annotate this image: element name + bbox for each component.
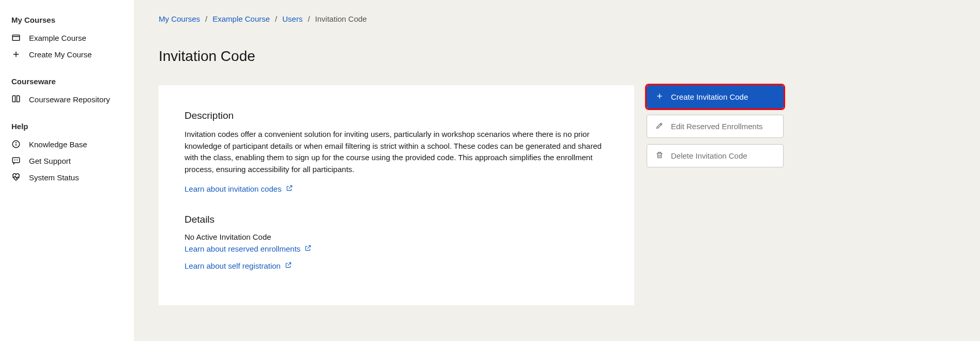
pencil-icon <box>655 121 664 131</box>
sidebar-item-create-course[interactable]: Create My Course <box>0 46 134 63</box>
sidebar-heading-help: Help <box>0 119 134 136</box>
svg-point-6 <box>16 143 17 143</box>
sidebar-heading-courseware: Courseware <box>0 74 134 91</box>
button-label: Edit Reserved Enrollments <box>671 122 763 131</box>
svg-point-9 <box>17 160 18 160</box>
sidebar-section-my-courses: My Courses Example Course Create My Cour… <box>0 12 134 63</box>
info-icon <box>11 140 21 149</box>
breadcrumb: My Courses / Example Course / Users / In… <box>159 14 959 23</box>
breadcrumb-my-courses[interactable]: My Courses <box>159 14 200 23</box>
sidebar-item-label: Example Course <box>29 34 122 42</box>
sidebar-item-label: Get Support <box>29 157 122 165</box>
edit-reserved-enrollments-button[interactable]: Edit Reserved Enrollments <box>647 115 784 138</box>
svg-point-8 <box>14 160 15 160</box>
sidebar-item-system-status[interactable]: System Status <box>0 169 134 185</box>
details-heading: Details <box>185 214 608 225</box>
main-content: My Courses / Example Course / Users / In… <box>134 0 980 341</box>
learn-reserved-enrollments-link[interactable]: Learn about reserved enrollments <box>185 244 608 253</box>
external-link-icon <box>304 244 312 253</box>
external-link-icon <box>286 184 293 193</box>
page-title: Invitation Code <box>159 48 959 65</box>
heartbeat-icon <box>11 173 21 182</box>
sidebar-item-get-support[interactable]: Get Support <box>0 152 134 169</box>
sidebar: My Courses Example Course Create My Cour… <box>0 0 134 341</box>
button-label: Create Invitation Code <box>671 92 748 101</box>
learn-invitation-codes-link[interactable]: Learn about invitation codes <box>185 184 293 193</box>
sidebar-heading-my-courses: My Courses <box>0 12 134 29</box>
sidebar-item-label: Courseware Repository <box>29 95 122 104</box>
sidebar-item-label: Create My Course <box>29 50 122 59</box>
learn-self-registration-link[interactable]: Learn about self registration <box>185 261 608 270</box>
actions-column: Create Invitation Code Edit Reserved Enr… <box>647 85 784 167</box>
invitation-code-panel: Description Invitation codes offer a con… <box>159 85 634 305</box>
breadcrumb-example-course[interactable]: Example Course <box>212 14 270 23</box>
sidebar-item-example-course[interactable]: Example Course <box>0 29 134 46</box>
breadcrumb-current: Invitation Code <box>315 14 367 23</box>
plus-icon <box>11 50 21 59</box>
learn-link-label: Learn about reserved enrollments <box>185 244 300 253</box>
sidebar-item-label: Knowledge Base <box>29 140 122 149</box>
button-label: Delete Invitation Code <box>671 151 747 160</box>
details-status: No Active Invitation Code <box>185 233 608 241</box>
learn-link-label: Learn about self registration <box>185 261 281 270</box>
sidebar-item-knowledge-base[interactable]: Knowledge Base <box>0 136 134 152</box>
trash-icon <box>655 151 664 161</box>
svg-rect-7 <box>12 158 20 163</box>
breadcrumb-separator: / <box>205 14 207 23</box>
external-link-icon <box>285 261 292 270</box>
sidebar-item-label: System Status <box>29 173 122 182</box>
course-icon <box>11 33 21 42</box>
breadcrumb-users[interactable]: Users <box>282 14 302 23</box>
description-heading: Description <box>185 110 608 121</box>
learn-link-label: Learn about invitation codes <box>185 184 282 193</box>
book-icon <box>11 95 21 104</box>
sidebar-section-help: Help Knowledge Base Get Support System S… <box>0 119 134 185</box>
sidebar-item-courseware-repository[interactable]: Courseware Repository <box>0 91 134 107</box>
chat-icon <box>11 156 21 165</box>
breadcrumb-separator: / <box>308 14 310 23</box>
create-invitation-code-button[interactable]: Create Invitation Code <box>647 85 784 109</box>
breadcrumb-separator: / <box>275 14 277 23</box>
svg-rect-0 <box>12 35 20 41</box>
plus-icon <box>655 92 664 102</box>
delete-invitation-code-button[interactable]: Delete Invitation Code <box>647 144 784 167</box>
description-text: Invitation codes offer a convenient solu… <box>185 129 608 175</box>
sidebar-section-courseware: Courseware Courseware Repository <box>0 74 134 107</box>
